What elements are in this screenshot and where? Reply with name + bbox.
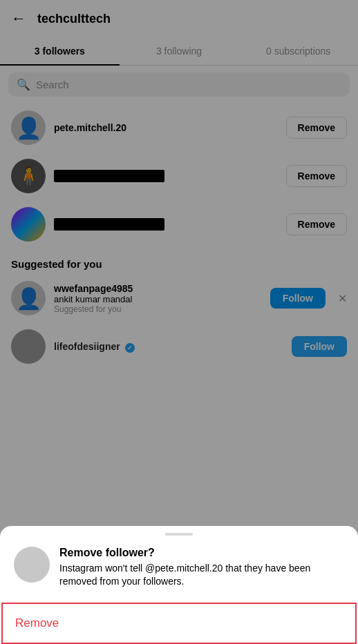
- sheet-avatar: [14, 547, 50, 583]
- sheet-handle: [165, 533, 193, 536]
- remove-follower-sheet: Remove follower? Instagram won't tell @p…: [0, 526, 358, 644]
- sheet-content: Remove follower? Instagram won't tell @p…: [0, 547, 358, 603]
- sheet-description: Instagram won't tell @pete.mitchell.20 t…: [59, 562, 344, 589]
- sheet-title: Remove follower?: [59, 547, 344, 559]
- sheet-remove-button[interactable]: Remove: [1, 603, 357, 644]
